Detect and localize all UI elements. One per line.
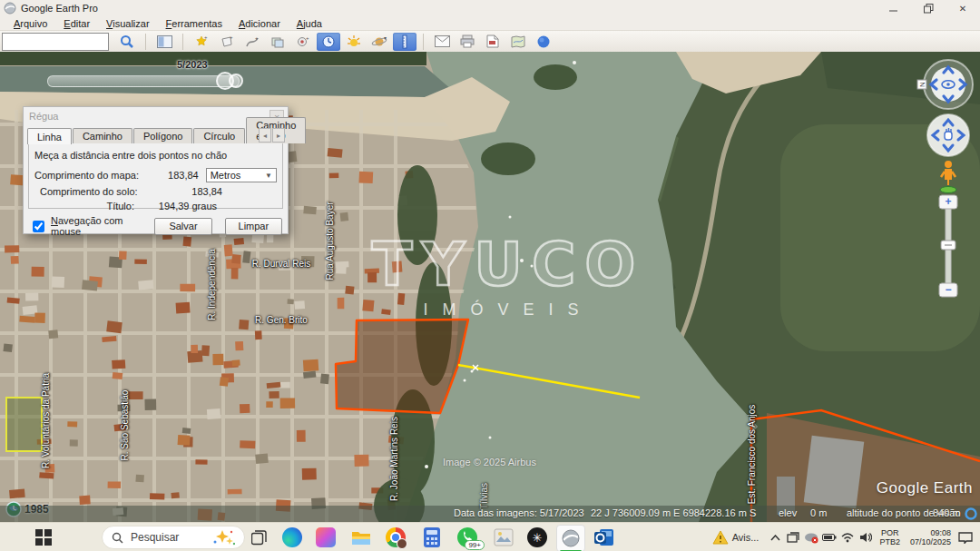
tray-warning-label[interactable]: Avis...	[732, 532, 760, 543]
placemark-icon: +	[194, 34, 209, 49]
time-slider-track[interactable]	[47, 75, 240, 87]
outlook-icon	[594, 528, 614, 546]
calculator-button[interactable]	[421, 526, 443, 548]
file-explorer-button[interactable]	[350, 526, 372, 548]
outlook-button[interactable]	[593, 526, 615, 548]
language-line1: POR	[879, 528, 900, 537]
wifi-tray-icon[interactable]	[838, 528, 857, 546]
record-tour-icon: +	[296, 34, 310, 49]
sync-error-tray-icon[interactable]	[802, 528, 820, 546]
menu-arquivo[interactable]: Arquivo	[5, 17, 55, 30]
street-label: R. Gen. Brito	[250, 315, 313, 325]
virtual-desktop-tray-icon[interactable]	[784, 528, 802, 546]
language-line2: PTB2	[879, 537, 900, 546]
photos-app-button[interactable]	[493, 526, 514, 548]
tab-poligono[interactable]: Polígono	[133, 128, 192, 143]
street-label: R. Voluntários da Pátria	[41, 358, 51, 485]
record-tour-button[interactable]: +	[291, 33, 315, 51]
tray-expand-chevron-icon[interactable]	[766, 528, 784, 546]
restore-button[interactable]	[911, 0, 946, 16]
task-view-button[interactable]	[248, 526, 270, 548]
web-button[interactable]	[532, 33, 555, 51]
copilot-sparkle-icon	[211, 529, 235, 546]
email-button[interactable]	[430, 33, 454, 51]
pegman-icon[interactable]	[940, 161, 956, 193]
minimize-button[interactable]	[877, 0, 911, 16]
zoom-slider[interactable]: + −	[939, 195, 957, 297]
add-polygon-button[interactable]: +	[215, 33, 239, 51]
move-joystick[interactable]	[927, 114, 969, 156]
print-button[interactable]	[456, 33, 479, 51]
north-indicator[interactable]: N	[917, 80, 926, 89]
whatsapp-button[interactable]: 99+	[456, 526, 478, 548]
add-path-button[interactable]: +	[240, 33, 264, 51]
tab-scroll-left-icon[interactable]: ◂	[259, 128, 271, 143]
ruler-description: Meça a distância entre dois pontos no ch…	[34, 150, 277, 161]
street-label: R. João Martins Reis	[389, 405, 399, 514]
sunlight-button[interactable]	[342, 33, 366, 51]
clear-button[interactable]: Limpar	[225, 218, 282, 235]
battery-tray-icon[interactable]	[820, 528, 838, 546]
time-slider-end-handle[interactable]	[229, 74, 243, 88]
unit-select-value: Metros	[211, 170, 241, 181]
historical-imagery-button[interactable]	[317, 33, 340, 51]
menu-editar[interactable]: Editar	[55, 17, 98, 30]
svg-text:▾: ▾	[384, 35, 387, 41]
system-tray: Avis... POR PTB2 09:08 07/10/2025	[712, 523, 980, 551]
tab-circulo[interactable]: Círculo	[193, 128, 245, 143]
svg-text:+: +	[230, 34, 233, 40]
sidebar-toggle-button[interactable]	[152, 33, 176, 51]
toolbar: + + + +	[0, 31, 980, 52]
menu-adicionar[interactable]: Adicionar	[230, 17, 289, 30]
tab-linha[interactable]: Linha	[27, 128, 72, 144]
taskbar-search[interactable]: Pesquisar	[102, 526, 245, 549]
unit-select[interactable]: Metros ▼	[206, 168, 277, 182]
planet-icon: ▾	[371, 34, 387, 49]
search-input[interactable]	[2, 33, 109, 51]
map-status-bar: Data das imagens: 5/17/2023 22 J 736009.…	[0, 506, 980, 522]
calculator-icon	[423, 527, 441, 547]
add-image-overlay-button[interactable]	[266, 33, 289, 51]
close-button[interactable]: ✕	[946, 0, 980, 16]
volume-tray-icon[interactable]	[857, 528, 875, 546]
menu-ferramentas[interactable]: Ferramentas	[158, 17, 230, 30]
ruler-dialog[interactable]: Régua ✕ Linha Caminho Polígono Círculo C…	[23, 106, 289, 234]
tab-scroll-right-icon[interactable]: ▸	[272, 128, 285, 143]
menu-ajuda[interactable]: Ajuda	[289, 17, 330, 30]
start-button[interactable]	[33, 526, 54, 548]
svg-text:−: −	[945, 283, 951, 296]
notification-center-icon[interactable]	[956, 528, 975, 546]
globe-icon	[536, 34, 551, 49]
save-button[interactable]: Salvar	[154, 218, 211, 235]
windows-logo-icon	[35, 529, 52, 546]
menu-visualizar[interactable]: Visualizar	[98, 17, 158, 30]
warning-tray-icon[interactable]	[712, 530, 729, 545]
add-placemark-button[interactable]: +	[190, 33, 213, 51]
streetview-ring-icon[interactable]	[965, 507, 977, 520]
ruler-button[interactable]	[393, 33, 416, 51]
edge-browser-button[interactable]	[281, 526, 303, 548]
task-view-icon	[251, 530, 267, 546]
tab-caminho[interactable]: Caminho	[73, 128, 132, 143]
street-label: R. Independência	[207, 235, 217, 335]
svg-text:N: N	[918, 82, 926, 87]
whatsapp-icon: 99+	[457, 527, 477, 547]
chrome-button[interactable]	[385, 526, 407, 548]
coordinates: 22 J 736009.09 m E 6984228.16 m S	[591, 507, 756, 518]
google-earth-taskbar-button[interactable]	[556, 525, 585, 551]
view-in-maps-button[interactable]	[506, 33, 530, 51]
search-icon	[120, 34, 134, 49]
clock[interactable]: 09:08 07/10/2025	[910, 528, 951, 546]
chatgpt-button[interactable]: ✳	[526, 526, 548, 548]
chrome-profile-avatar	[397, 538, 407, 549]
copilot-button[interactable]	[315, 526, 337, 548]
language-indicator[interactable]: POR PTB2	[879, 528, 900, 546]
elevation-label: elev	[779, 507, 797, 518]
search-button[interactable]	[115, 33, 139, 51]
mouse-navigation-checkbox[interactable]	[33, 221, 44, 232]
map-viewport[interactable]: 5/2023 TYUCO IMÓVEIS R. Durval Reis R. G…	[0, 52, 980, 522]
save-image-button[interactable]	[481, 33, 505, 51]
planets-button[interactable]: ▾	[368, 33, 391, 51]
look-joystick[interactable]: N	[917, 60, 973, 109]
time-slider[interactable]: 5/2023	[47, 57, 242, 90]
